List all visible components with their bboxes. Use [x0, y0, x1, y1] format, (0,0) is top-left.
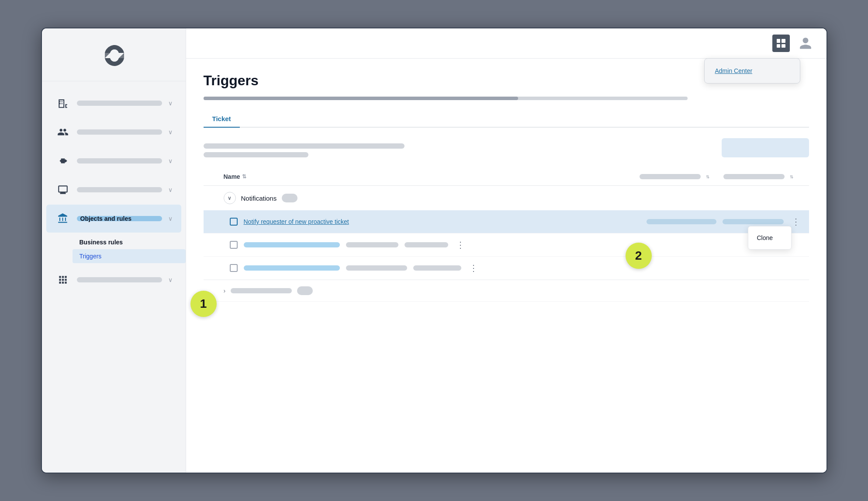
sidebar-logo	[42, 28, 186, 81]
group-header-notifications[interactable]: ∨ Notifications	[204, 186, 809, 210]
top-bar: Admin Center	[186, 28, 827, 59]
main-content: Admin Center Triggers Ticket	[186, 28, 827, 473]
col2-header[interactable]: ⇅	[640, 174, 718, 179]
group-expand-button[interactable]: ∨	[224, 192, 236, 204]
tab-ticket[interactable]: Ticket	[204, 111, 240, 128]
page-content: Triggers Ticket Name ⇅	[186, 59, 827, 473]
table-header: Name ⇅ ⇅ ⇅	[204, 168, 809, 186]
trigger-row1-col2	[647, 219, 716, 224]
sidebar-item-objects-rules-label: Objects and rules	[77, 215, 135, 222]
chevron-right-icon: ›	[224, 287, 226, 294]
sort-icon: ⇅	[242, 174, 246, 180]
monitor-icon	[55, 182, 71, 198]
row-checkbox-3[interactable]	[230, 264, 238, 272]
row-checkbox-1[interactable]	[230, 218, 238, 226]
sidebar-item-workspace[interactable]: ∨	[46, 89, 181, 117]
annotation-1: 1	[190, 291, 217, 317]
sub-nav-item-triggers[interactable]: Triggers	[73, 249, 186, 263]
grid-cell-4	[782, 44, 785, 48]
chevron-down-icon: ∨	[168, 276, 173, 283]
objects-rules-icon	[55, 211, 71, 226]
chevron-down-icon: ∨	[168, 129, 173, 136]
trigger-row3-name	[244, 265, 340, 271]
col2-placeholder	[640, 174, 701, 179]
trigger-row-notify-proactive[interactable]: Notify requester of new proactive ticket…	[204, 210, 809, 233]
grid-icon	[777, 39, 785, 48]
more-options-button-row3[interactable]: ⋮	[467, 262, 480, 274]
trigger-row2-col3	[405, 242, 448, 247]
sidebar-item-workspace2-label	[77, 187, 162, 192]
filter-row	[204, 138, 809, 157]
collapsed-group-label	[231, 288, 292, 293]
sub-navigation: Business rules Triggers	[42, 233, 186, 265]
annotation-label-2: 2	[635, 249, 642, 263]
channels-icon	[55, 153, 71, 169]
grid-cell-2	[782, 39, 785, 43]
group-label-notifications: Notifications	[241, 195, 277, 202]
sub-nav-section-label: Business rules	[73, 235, 186, 249]
admin-center-link[interactable]: Admin Center	[705, 63, 800, 79]
more-options-button-row1[interactable]: ⋮	[790, 216, 802, 228]
column-name-header[interactable]: Name ⇅	[224, 173, 634, 180]
trigger-row-3[interactable]: ⋮	[204, 257, 809, 280]
filter-controls	[204, 143, 405, 157]
create-trigger-button[interactable]	[722, 138, 809, 157]
sidebar-item-objects-rules[interactable]: Objects and rules ∨	[46, 205, 181, 233]
sidebar-navigation: ∨ ∨ ∨	[42, 81, 186, 473]
annotation-2: 2	[626, 243, 652, 269]
chevron-down-icon: ∨	[168, 100, 173, 107]
grid-cell-3	[777, 44, 781, 48]
chevron-down-icon: ∨	[168, 215, 173, 222]
trigger-row3-col2	[346, 265, 407, 271]
filter-bar-long	[204, 143, 405, 149]
products-menu-button[interactable]	[772, 35, 790, 52]
col2-sort-icon: ⇅	[706, 174, 709, 179]
apps-icon	[55, 272, 71, 288]
annotation-label-1: 1	[200, 297, 207, 311]
zendesk-logo	[100, 42, 127, 69]
sidebar-item-apps-label	[77, 277, 162, 282]
progress-fill	[204, 97, 519, 100]
trigger-group-notifications: ∨ Notifications Notify requester of new …	[204, 186, 809, 280]
collapsed-group-toggle[interactable]	[297, 286, 313, 295]
trigger-row2-name	[244, 242, 340, 247]
trigger-group-collapsed: ›	[204, 280, 809, 302]
sidebar-item-apps[interactable]: ∨	[46, 266, 181, 294]
sidebar-item-objects-rules-label-container: Objects and rules	[77, 216, 162, 221]
sidebar-item-people-label	[77, 129, 162, 135]
sidebar-item-channels[interactable]: ∨	[46, 147, 181, 175]
tabs: Ticket	[204, 111, 809, 128]
group-header-collapsed[interactable]: ›	[204, 280, 809, 301]
row-checkbox-2[interactable]	[230, 241, 238, 249]
trigger-row1-col3	[723, 219, 784, 224]
trigger-row2-col2	[346, 242, 398, 247]
clone-popup: Clone	[748, 226, 792, 250]
more-options-button-row2[interactable]: ⋮	[454, 239, 467, 251]
trigger-row-2[interactable]: ⋮	[204, 233, 809, 257]
column-name-label: Name	[224, 173, 240, 180]
products-dropdown: Admin Center	[704, 58, 800, 84]
chevron-down-icon: ∨	[168, 186, 173, 193]
trigger-name-notify-proactive[interactable]: Notify requester of new proactive ticket	[244, 218, 640, 225]
col3-header[interactable]: ⇅	[723, 174, 802, 179]
col3-placeholder	[723, 174, 785, 179]
sidebar-item-channels-label	[77, 158, 162, 164]
trigger-row3-col3	[413, 265, 461, 271]
sidebar-item-workspace-label	[77, 101, 162, 106]
sidebar-item-people[interactable]: ∨	[46, 118, 181, 146]
filter-bar-short	[204, 152, 308, 157]
loading-bar	[204, 97, 688, 100]
people-icon	[55, 124, 71, 140]
building-icon	[55, 95, 71, 111]
chevron-down-icon: ∨	[168, 157, 173, 164]
app-window: ∨ ∨ ∨	[41, 28, 827, 473]
user-menu-button[interactable]	[797, 35, 814, 52]
sidebar-item-workspace2[interactable]: ∨	[46, 176, 181, 204]
sidebar: ∨ ∨ ∨	[42, 28, 186, 473]
col3-sort-icon: ⇅	[790, 174, 793, 179]
group-toggle[interactable]	[282, 194, 297, 202]
grid-cell-1	[777, 39, 781, 43]
clone-button[interactable]: Clone	[748, 230, 791, 246]
